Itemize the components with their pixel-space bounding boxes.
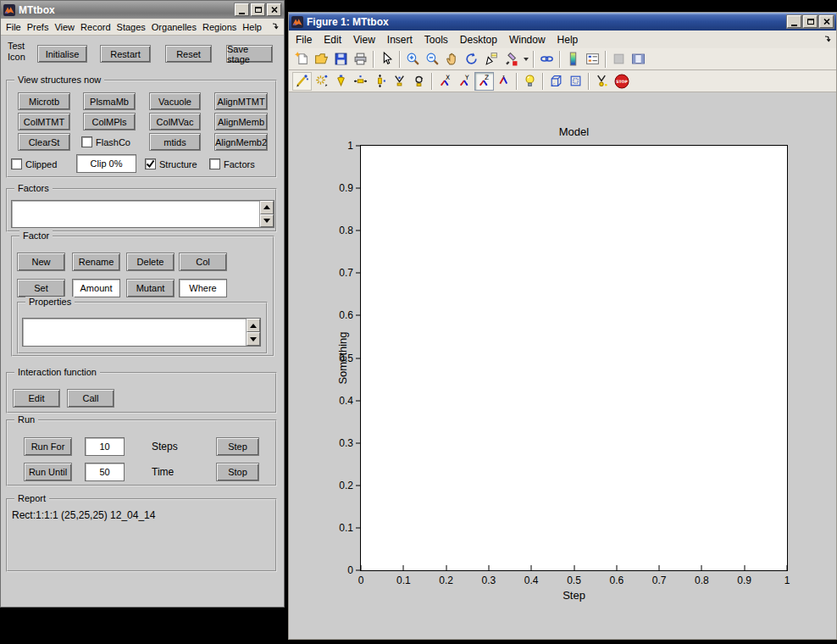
roll-camera-icon[interactable] — [409, 72, 429, 91]
save-stage-button[interactable]: Save stage — [226, 45, 273, 63]
new-figure-icon[interactable] — [292, 50, 312, 69]
open-file-icon[interactable] — [312, 50, 331, 69]
time-input[interactable]: 50 — [85, 463, 125, 481]
orthographic-projection-icon[interactable] — [546, 72, 566, 91]
step-button[interactable]: Step — [216, 437, 259, 456]
close-button[interactable] — [819, 15, 834, 28]
no-principal-axis-icon[interactable] — [494, 72, 513, 91]
maximize-button[interactable] — [251, 3, 265, 16]
rotate-3d-icon[interactable] — [462, 50, 481, 69]
menu-view[interactable]: View — [54, 22, 75, 32]
menu-desktop[interactable]: Desktop — [460, 34, 497, 46]
move-camera-horizontal-icon[interactable] — [351, 72, 370, 91]
colmpls-button[interactable]: ColMPls — [83, 113, 136, 130]
clip-percent-field[interactable]: Clip 0% — [76, 154, 136, 173]
alignmemb-button[interactable]: AlignMemb — [214, 113, 268, 130]
set-factor-button[interactable]: Set — [17, 279, 65, 297]
menu-window[interactable]: Window — [509, 34, 546, 46]
pointer-icon[interactable] — [377, 50, 396, 69]
z-axis-icon[interactable]: Z — [474, 72, 494, 91]
amount-field[interactable]: Amount — [72, 279, 120, 297]
flashco-checkbox[interactable] — [81, 136, 92, 147]
run-for-button[interactable]: Run For — [24, 437, 72, 456]
col-factor-button[interactable]: Col — [179, 253, 227, 271]
menu-file[interactable]: File — [6, 22, 21, 32]
y-axis-icon[interactable]: Y — [455, 72, 474, 91]
menu-record[interactable]: Record — [80, 22, 110, 32]
rename-factor-button[interactable]: Rename — [72, 253, 120, 271]
minimize-button[interactable] — [787, 15, 801, 28]
scroll-down-button[interactable] — [260, 214, 274, 228]
properties-scrollbar[interactable] — [246, 319, 260, 346]
mtids-button[interactable]: mtids — [149, 133, 201, 151]
steps-input[interactable]: 10 — [85, 437, 125, 456]
where-field[interactable]: Where — [179, 279, 227, 297]
zoom-in-icon[interactable] — [403, 50, 423, 69]
scroll-down-button[interactable] — [247, 332, 260, 346]
zoom-out-icon[interactable] — [423, 50, 442, 69]
initialise-button[interactable]: Initialise — [37, 45, 87, 63]
menu-overflow-arrow-icon[interactable] — [272, 23, 280, 31]
stop-button[interactable]: Stop — [216, 463, 259, 481]
new-factor-button[interactable]: New — [17, 253, 65, 271]
scroll-up-button[interactable] — [247, 319, 260, 332]
save-figure-icon[interactable] — [331, 50, 351, 69]
brush-dropdown-icon[interactable] — [520, 50, 530, 69]
colmvac-button[interactable]: ColMVac — [149, 113, 201, 130]
properties-listbox[interactable] — [22, 318, 261, 347]
alignmtmt-button[interactable]: AlignMTMT — [214, 92, 268, 110]
move-camera-vertical-icon[interactable] — [370, 72, 390, 91]
insert-legend-icon[interactable] — [583, 50, 602, 69]
plot-tools-icon[interactable] — [629, 50, 648, 69]
menu-overflow-arrow-icon[interactable] — [824, 36, 832, 43]
zoom-camera-icon[interactable] — [390, 72, 409, 91]
menu-regions[interactable]: Regions — [202, 22, 236, 32]
pan-tilt-camera-icon[interactable] — [331, 72, 351, 91]
menu-stages[interactable]: Stages — [117, 22, 146, 32]
menu-tools[interactable]: Tools — [424, 34, 448, 46]
mutant-button[interactable]: Mutant — [126, 279, 175, 297]
call-interaction-button[interactable]: Call — [67, 389, 114, 408]
figure-titlebar[interactable]: Figure 1: MTtbox — [289, 13, 836, 31]
menu-organelles[interactable]: Organelles — [152, 22, 197, 32]
reset-button[interactable]: Reset — [165, 45, 212, 63]
colmtmt-button[interactable]: ColMTMT — [18, 113, 70, 130]
close-button[interactable] — [267, 3, 281, 16]
perspective-projection-icon[interactable] — [566, 72, 585, 91]
plsmamb-button[interactable]: PlsmaMb — [83, 92, 136, 110]
alignmemb2-button[interactable]: AlignMemb2 — [214, 133, 268, 151]
vacuole-button[interactable]: Vacuole — [149, 92, 201, 110]
factors-checkbox[interactable] — [209, 158, 220, 169]
insert-colorbar-icon[interactable] — [563, 50, 583, 69]
scroll-up-button[interactable] — [260, 201, 274, 214]
edit-interaction-button[interactable]: Edit — [13, 389, 60, 408]
x-axis-icon[interactable]: X — [435, 72, 455, 91]
factors-listbox[interactable] — [11, 200, 274, 228]
mttbox-titlebar[interactable]: MTtbox — [1, 1, 284, 19]
microtb-button[interactable]: Microtb — [18, 92, 70, 110]
menu-help[interactable]: Help — [557, 34, 579, 46]
menu-view[interactable]: View — [353, 34, 375, 46]
clearst-button[interactable]: ClearSt — [18, 133, 70, 151]
pan-icon[interactable] — [442, 50, 462, 69]
menu-insert[interactable]: Insert — [387, 34, 413, 46]
menu-prefs[interactable]: Prefs — [27, 22, 49, 32]
orbit-camera-icon[interactable] — [292, 72, 312, 91]
stop-icon[interactable]: STOP — [612, 72, 631, 91]
print-figure-icon[interactable] — [351, 50, 370, 69]
data-cursor-icon[interactable] — [481, 50, 501, 69]
menu-help[interactable]: Help — [242, 22, 262, 32]
factors-scrollbar[interactable] — [259, 201, 274, 227]
orbit-scene-light-icon[interactable] — [312, 72, 331, 91]
maximize-button[interactable] — [803, 15, 818, 28]
minimize-button[interactable] — [235, 3, 249, 16]
run-until-button[interactable]: Run Until — [24, 463, 72, 481]
brush-icon[interactable] — [501, 50, 520, 69]
reset-camera-icon[interactable] — [592, 72, 612, 91]
menu-file[interactable]: File — [296, 34, 312, 46]
structure-checkbox[interactable] — [145, 158, 156, 169]
scene-light-icon[interactable] — [520, 72, 540, 91]
menu-edit[interactable]: Edit — [324, 34, 341, 46]
link-plot-icon[interactable] — [537, 50, 557, 69]
clipped-checkbox[interactable] — [11, 158, 22, 169]
